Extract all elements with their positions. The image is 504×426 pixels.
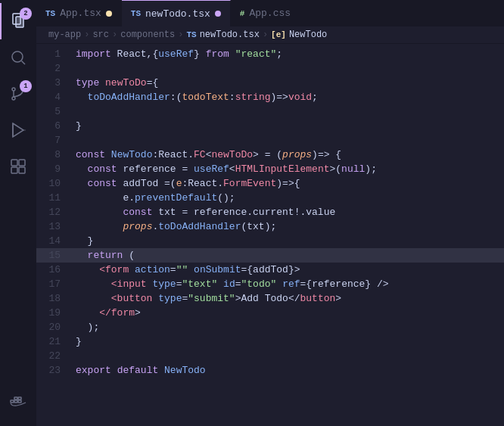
svg-rect-14	[11, 167, 17, 173]
breadcrumb-symbol[interactable]: NewTodo	[289, 30, 327, 40]
tab-newtodo-tsx-label: newTodo.tsx	[145, 8, 210, 20]
tab-app-tsx[interactable]: TS App.tsx	[36, 0, 122, 26]
svg-rect-20	[18, 397, 21, 400]
line-10: 10 const addTod =(e:React.FormEvent)=>{	[36, 176, 504, 191]
activity-bar: 2 1	[0, 0, 36, 426]
source-control-badge: 1	[20, 80, 32, 92]
tab-bar: TS App.tsx TS newTodo.tsx # App.css	[36, 0, 504, 26]
docker-icon[interactable]	[0, 384, 36, 420]
main-area: TS App.tsx TS newTodo.tsx # App.css my-a…	[36, 0, 504, 426]
tab-app-tsx-lang: TS	[45, 9, 55, 18]
extensions-icon[interactable]	[0, 148, 36, 185]
line-9: 9 const reference = useRef<HTMLInputElem…	[36, 162, 504, 176]
files-icon[interactable]: 2	[0, 3, 36, 39]
run-icon[interactable]	[0, 112, 36, 148]
svg-point-7	[12, 97, 15, 100]
line-15: 15 return (	[36, 248, 504, 263]
line-11: 11 e.preventDefault();	[36, 191, 504, 205]
editor[interactable]: 1 import React,{useRef} from "react"; 2 …	[36, 44, 504, 426]
tab-app-css-lang: #	[240, 9, 245, 18]
breadcrumb-myapp[interactable]: my-app	[48, 30, 81, 40]
tab-app-tsx-dot	[106, 11, 112, 17]
line-20: 20 );	[36, 320, 504, 334]
svg-rect-18	[18, 400, 21, 403]
line-21: 21 }	[36, 334, 504, 349]
source-control-icon[interactable]: 1	[0, 76, 36, 112]
svg-rect-17	[14, 400, 17, 403]
line-4: 4 toDoAddHandler:(todoText:string)=>void…	[36, 90, 504, 104]
tab-newtodo-tsx[interactable]: TS newTodo.tsx	[122, 0, 231, 26]
tab-newtodo-tsx-dot	[215, 11, 221, 17]
breadcrumb-symbol-icon: [e]	[271, 30, 286, 39]
line-6: 6 }	[36, 119, 504, 133]
files-badge: 2	[20, 8, 32, 20]
line-5: 5	[36, 104, 504, 119]
svg-rect-12	[11, 160, 17, 166]
svg-marker-9	[13, 123, 23, 137]
tab-newtodo-tsx-lang: TS	[131, 9, 141, 18]
line-14: 14 }	[36, 234, 504, 248]
line-13: 13 props.toDoAddHandler(txt);	[36, 219, 504, 234]
line-7: 7	[36, 133, 504, 148]
line-23: 23 export default NewTodo	[36, 363, 504, 378]
editor-content: 1 import React,{useRef} from "react"; 2 …	[36, 47, 504, 378]
line-17: 17 <input type="text" id="todo" ref={ref…	[36, 277, 504, 291]
svg-rect-19	[14, 397, 17, 400]
svg-rect-15	[19, 167, 25, 173]
search-icon[interactable]	[0, 39, 36, 76]
line-1: 1 import React,{useRef} from "react";	[36, 47, 504, 61]
line-12: 12 const txt = reference.current!.value	[36, 205, 504, 219]
tab-app-css-label: App.css	[249, 8, 291, 19]
tab-app-css[interactable]: # App.css	[231, 0, 300, 26]
svg-rect-13	[19, 160, 25, 166]
line-22: 22	[36, 349, 504, 363]
breadcrumb-file[interactable]: newTodo.tsx	[200, 30, 260, 40]
svg-point-5	[12, 88, 15, 91]
svg-point-3	[12, 51, 23, 62]
breadcrumb-components[interactable]: components	[120, 30, 175, 40]
line-8: 8 const NewTodo:React.FC<newToDo> = (pro…	[36, 148, 504, 162]
line-2: 2	[36, 61, 504, 76]
svg-line-4	[22, 61, 26, 65]
breadcrumb: my-app › src › components › TS newTodo.t…	[36, 26, 504, 44]
line-19: 19 </form>	[36, 306, 504, 320]
svg-rect-16	[11, 400, 14, 403]
line-16: 16 <form action="" onSubmit={addTod}>	[36, 263, 504, 277]
line-18: 18 <button type="submit">Add Todo</butto…	[36, 291, 504, 306]
breadcrumb-src[interactable]: src	[92, 30, 109, 40]
tab-app-tsx-label: App.tsx	[60, 8, 101, 19]
line-3: 3 type newToDo={	[36, 76, 504, 90]
